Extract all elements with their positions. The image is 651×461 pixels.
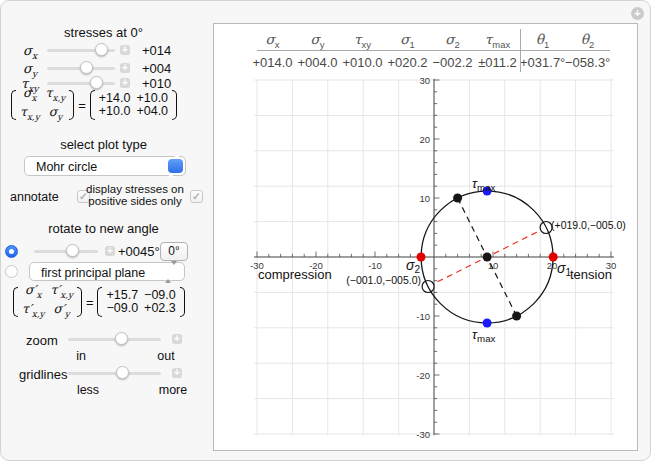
principal-plane-radio[interactable]	[5, 265, 18, 278]
rotate-stepper-plus-icon[interactable]	[105, 246, 115, 256]
annotate-label: annotate	[10, 190, 59, 204]
compression-label: compression	[258, 267, 332, 282]
tension-label: tension	[570, 267, 612, 282]
rotate-angle-radio[interactable]	[5, 245, 18, 258]
plot-type-dropdown[interactable]: Mohr circle	[24, 156, 186, 176]
y-tick-label: 30	[419, 75, 430, 86]
y-tick-label: 20	[419, 134, 430, 145]
stresses-title: stresses at 0°	[11, 25, 196, 40]
gridlines-more-label: more	[156, 383, 190, 397]
table-divider	[520, 29, 521, 72]
sigma2-point	[417, 253, 426, 262]
matrix-paren-icon	[69, 90, 74, 120]
display-stresses-checkbox[interactable]	[190, 190, 203, 203]
results-value: +014.0	[250, 55, 295, 70]
results-value: +004.0	[295, 55, 340, 70]
equals-sign: =	[86, 295, 94, 310]
matrix-paren-icon	[172, 90, 177, 120]
sigma-y-slider[interactable]	[47, 67, 115, 70]
chevron-up-down-icon	[168, 159, 183, 173]
plot-panel: σx+014.0σy+004.0τxy+010.0σ1+020.2σ2−002.…	[213, 23, 638, 451]
tau-xy-value: +010	[142, 76, 171, 91]
results-header: σ2	[430, 31, 475, 50]
results-value: +020.2	[385, 55, 430, 70]
stress-state-point-b	[512, 312, 521, 321]
stress-state-point-a	[453, 194, 462, 203]
principal-plane-dropdown[interactable]: first principal plane	[29, 262, 185, 281]
matrix-paren-icon	[180, 287, 185, 317]
equals-sign: =	[78, 98, 86, 113]
sigma-x-slider-row: σx +014	[1, 42, 211, 58]
results-value: −058.3°	[565, 55, 610, 70]
rotate-angle-slider-thumb[interactable]	[66, 244, 79, 257]
rotate-angle-value: +0045°	[118, 244, 160, 259]
results-header: σ1	[385, 31, 430, 50]
display-stresses-label: display stresses on positive sides only	[84, 183, 186, 207]
sigma-x-label: σx	[23, 43, 37, 61]
gridlines-less-label: less	[73, 383, 103, 397]
results-header: τxy	[340, 31, 385, 50]
plus-icon[interactable]	[631, 7, 644, 20]
results-header: τmax	[475, 31, 520, 50]
results-value: −002.2	[430, 55, 475, 70]
y-tick-label: -10	[416, 311, 430, 322]
sigma-y-value: +004	[142, 61, 171, 76]
tau-xy-stepper-plus-icon[interactable]	[120, 78, 130, 88]
gridlines-stepper-plus-icon[interactable]	[172, 368, 182, 378]
tau-max-bot-point	[483, 318, 492, 327]
circle-center-point	[483, 253, 492, 262]
zoom-slider-thumb[interactable]	[115, 332, 128, 345]
rotate-title: rotate to new angle	[11, 221, 196, 236]
x-tick-label: -10	[368, 260, 382, 271]
tau-max-top-label: τmax	[472, 176, 496, 193]
results-value: ±011.2	[475, 55, 520, 70]
results-value: +010.0	[340, 55, 385, 70]
sigma-x-slider[interactable]	[47, 49, 115, 52]
rotated-point-2-coords: (−001.0,−005.0)	[346, 274, 421, 286]
tau-max-bottom-label: τmax	[472, 327, 496, 344]
y-tick-label: 10	[419, 193, 430, 204]
results-header: σy	[295, 31, 340, 50]
zoom-in-label: in	[71, 349, 91, 363]
sigma-x-slider-thumb[interactable]	[95, 43, 108, 56]
chevron-up-down-icon	[165, 265, 177, 279]
rotated-point-1-coords: (+019.0,−005.0)	[551, 219, 626, 231]
mohr-circle-demonstration: stresses at 0° σx +014 σy +004 τxy +010 …	[0, 0, 651, 461]
mohr-plot: -30-30-20-20-10-10101020203030σ1σ2τmaxτm…	[214, 72, 639, 444]
y-tick-label: -30	[416, 429, 430, 440]
gridlines-label: gridlines	[19, 367, 67, 382]
plot-type-title: select plot type	[11, 137, 196, 152]
results-header: θ1	[520, 31, 565, 50]
tau-xy-slider-thumb[interactable]	[90, 76, 103, 89]
zoom-label: zoom	[26, 333, 58, 348]
zoom-slider[interactable]	[68, 338, 161, 341]
sigma-y-slider-thumb[interactable]	[80, 61, 93, 74]
y-tick-label: -20	[416, 370, 430, 381]
rotated-stress-matrix: σ′x τ′x,y τ′x,y σ′y = +15.7 −09.0 −09.0 …	[13, 287, 185, 317]
reset-angle-button[interactable]: 0°	[160, 242, 188, 261]
sigma-x-value: +014	[142, 43, 171, 58]
results-value: +031.7°	[520, 55, 565, 70]
sigma-y-stepper-plus-icon[interactable]	[120, 63, 130, 73]
zoom-stepper-plus-icon[interactable]	[172, 334, 182, 344]
zoom-out-label: out	[151, 349, 181, 363]
sigma-y-slider-row: σy +004	[1, 60, 211, 76]
results-header: σx	[250, 31, 295, 50]
stress-matrix: σx τx,y τx,y σy = +14.0 +10.0 +10.0 +04.…	[11, 90, 177, 120]
results-header: θ2	[565, 31, 610, 50]
matrix-paren-icon	[77, 287, 82, 317]
rotate-angle-slider[interactable]	[34, 250, 98, 253]
sigma-x-stepper-plus-icon[interactable]	[120, 45, 130, 55]
gridlines-slider-thumb[interactable]	[116, 366, 129, 379]
table-header-rule	[257, 50, 610, 51]
gridlines-slider[interactable]	[68, 372, 161, 375]
